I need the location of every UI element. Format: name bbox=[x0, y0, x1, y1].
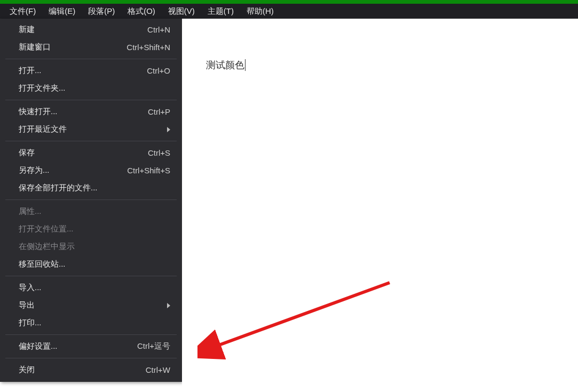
menu-item[interactable]: 导入... bbox=[0, 279, 182, 297]
menu-separator bbox=[5, 141, 177, 141]
editor-area[interactable]: 测试颜色 bbox=[182, 19, 578, 392]
menu-item-label: 保存全部打开的文件... bbox=[19, 183, 170, 193]
menu-item[interactable]: 关闭Ctrl+W bbox=[0, 361, 182, 379]
menu-separator bbox=[5, 334, 177, 335]
menu-theme[interactable]: 主题(T) bbox=[201, 4, 240, 19]
menubar: 文件(F) 编辑(E) 段落(P) 格式(O) 视图(V) 主题(T) 帮助(H… bbox=[0, 4, 578, 19]
menu-item-label: 偏好设置... bbox=[19, 341, 126, 351]
menu-item: 属性... bbox=[0, 203, 182, 220]
menu-item-label: 打开文件位置... bbox=[19, 224, 170, 234]
menu-item-shortcut: Ctrl+P bbox=[148, 107, 170, 116]
menu-item[interactable]: 打开文件夹... bbox=[0, 79, 182, 97]
menu-item[interactable]: 新建窗口Ctrl+Shift+N bbox=[0, 38, 182, 56]
menu-separator bbox=[5, 100, 177, 100]
menu-item[interactable]: 移至回收站... bbox=[0, 255, 182, 273]
menu-edit[interactable]: 编辑(E) bbox=[42, 4, 82, 19]
menu-item[interactable]: 快速打开...Ctrl+P bbox=[0, 103, 182, 121]
menu-item[interactable]: 打开...Ctrl+O bbox=[0, 62, 182, 79]
menu-item: 打开文件位置... bbox=[0, 220, 182, 238]
menu-format[interactable]: 格式(O) bbox=[121, 4, 162, 19]
menu-item-label: 打开文件夹... bbox=[19, 83, 170, 93]
menu-item-label: 打印... bbox=[19, 318, 170, 328]
menu-item-shortcut: Ctrl+W bbox=[146, 365, 170, 374]
menu-item-label: 移至回收站... bbox=[19, 259, 170, 269]
menu-help[interactable]: 帮助(H) bbox=[240, 4, 280, 19]
editor-text: 测试颜色 bbox=[206, 60, 244, 70]
menu-item[interactable]: 导出 bbox=[0, 297, 182, 314]
menu-item-label: 新建 bbox=[19, 25, 137, 35]
chevron-right-icon bbox=[167, 127, 170, 132]
text-cursor bbox=[245, 59, 246, 71]
menu-item[interactable]: 另存为...Ctrl+Shift+S bbox=[0, 162, 182, 179]
menu-separator bbox=[5, 276, 177, 276]
menu-file[interactable]: 文件(F) bbox=[3, 4, 42, 19]
chevron-right-icon bbox=[167, 303, 170, 308]
menu-item-label: 另存为... bbox=[19, 165, 116, 175]
menu-item[interactable]: 保存Ctrl+S bbox=[0, 144, 182, 162]
menu-item-label: 导入... bbox=[19, 283, 170, 293]
menu-item-shortcut: Ctrl+O bbox=[147, 66, 170, 75]
menu-item-label: 新建窗口 bbox=[19, 42, 116, 52]
window-titlebar bbox=[0, 0, 578, 4]
menu-item-shortcut: Ctrl+逗号 bbox=[137, 341, 170, 351]
menu-item[interactable]: 新建Ctrl+N bbox=[0, 21, 182, 38]
menu-item[interactable]: 保存全部打开的文件... bbox=[0, 179, 182, 197]
menu-item[interactable]: 打印... bbox=[0, 314, 182, 332]
menu-item-label: 保存 bbox=[19, 148, 137, 158]
menu-item[interactable]: 偏好设置...Ctrl+逗号 bbox=[0, 338, 182, 355]
menu-item-shortcut: Ctrl+Shift+N bbox=[126, 43, 170, 52]
menu-item-label: 打开... bbox=[19, 66, 136, 76]
menu-item-label: 快速打开... bbox=[19, 107, 137, 117]
menu-separator bbox=[5, 199, 177, 200]
file-dropdown: 新建Ctrl+N新建窗口Ctrl+Shift+N打开...Ctrl+O打开文件夹… bbox=[0, 19, 182, 382]
menu-item[interactable]: 打开最近文件 bbox=[0, 121, 182, 138]
menu-item-label: 在侧边栏中显示 bbox=[19, 242, 170, 252]
menu-item-label: 导出 bbox=[19, 300, 163, 310]
menu-item-label: 打开最近文件 bbox=[19, 124, 163, 134]
menu-item-label: 属性... bbox=[19, 206, 170, 217]
menu-paragraph[interactable]: 段落(P) bbox=[82, 4, 121, 19]
menu-item-label: 关闭 bbox=[19, 365, 135, 375]
menu-separator bbox=[5, 358, 177, 358]
menu-view[interactable]: 视图(V) bbox=[162, 4, 201, 19]
menu-item-shortcut: Ctrl+Shift+S bbox=[127, 166, 170, 175]
menu-separator bbox=[5, 59, 177, 59]
menu-item-shortcut: Ctrl+S bbox=[148, 148, 170, 157]
menu-item-shortcut: Ctrl+N bbox=[147, 25, 170, 34]
menu-item: 在侧边栏中显示 bbox=[0, 238, 182, 255]
